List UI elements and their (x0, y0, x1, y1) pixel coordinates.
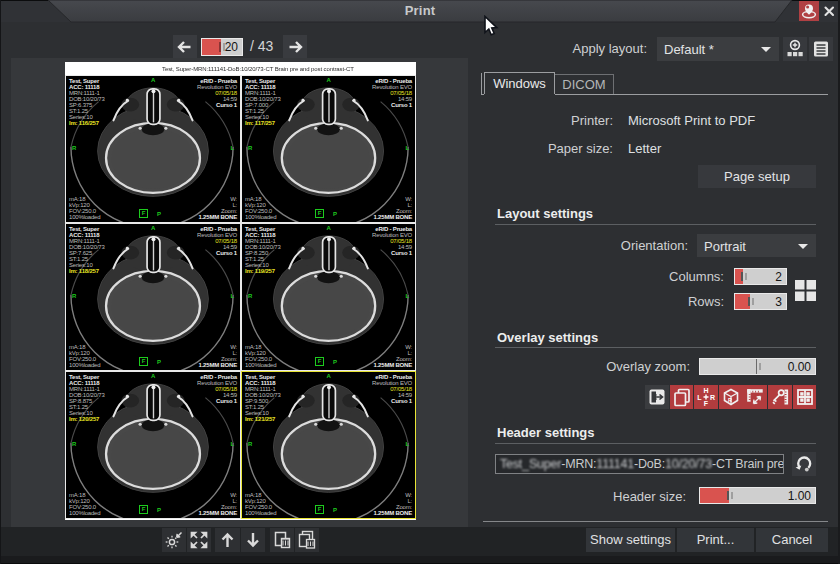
svg-text:R: R (728, 397, 732, 403)
svg-text:H: H (704, 387, 709, 394)
svg-text:R: R (710, 394, 715, 401)
svg-text:L: L (698, 394, 703, 401)
svg-text:F: F (704, 400, 709, 407)
